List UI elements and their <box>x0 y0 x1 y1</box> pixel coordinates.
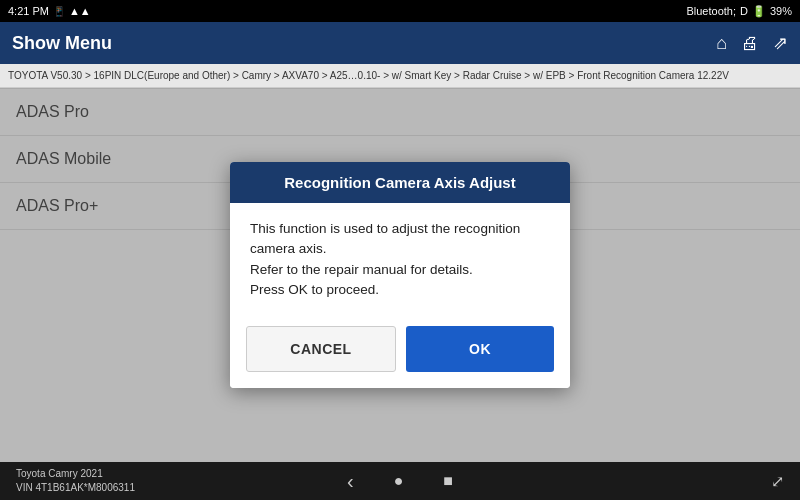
breadcrumb-text: TOYOTA V50.30 > 16PIN DLC(Europe and Oth… <box>8 70 729 81</box>
dialog: Recognition Camera Axis Adjust This func… <box>230 162 570 388</box>
battery-level: 39% <box>770 5 792 17</box>
print-icon[interactable]: 🖨 <box>741 33 759 54</box>
dialog-body: This function is used to adjust the reco… <box>230 203 570 316</box>
bottom-nav-icons: ‹ ● ■ <box>347 470 453 493</box>
breadcrumb: TOYOTA V50.30 > 16PIN DLC(Europe and Oth… <box>0 64 800 88</box>
bluetooth-icon: Bluetooth; <box>686 5 736 17</box>
time-display: 4:21 PM <box>8 5 49 17</box>
nav-icons: ⌂ 🖨 ⇗ <box>716 32 788 54</box>
home-nav-icon[interactable]: ● <box>394 472 404 490</box>
ok-button[interactable]: OK <box>406 326 554 372</box>
dialog-message: This function is used to adjust the reco… <box>250 221 520 297</box>
bottom-bar: Toyota Camry 2021 VIN 4T1B61AK*M8006311 … <box>0 462 800 500</box>
top-nav-bar: Show Menu ⌂ 🖨 ⇗ <box>0 22 800 64</box>
back-icon[interactable]: ‹ <box>347 470 354 493</box>
sim-icon: 📱 <box>53 6 65 17</box>
dialog-title: Recognition Camera Axis Adjust <box>230 162 570 203</box>
signal-icon: ▲▲ <box>69 5 91 17</box>
battery-icon: 🔋 <box>752 5 766 18</box>
page-title: Show Menu <box>12 33 112 54</box>
status-bar-left: 4:21 PM 📱 ▲▲ <box>8 5 91 17</box>
vehicle-vin: VIN 4T1B61AK*M8006311 <box>16 481 135 495</box>
vehicle-info: Toyota Camry 2021 VIN 4T1B61AK*M8006311 <box>16 467 135 495</box>
vehicle-name: Toyota Camry 2021 <box>16 467 135 481</box>
main-content: ADAS Pro ADAS Mobile ADAS Pro+ Recogniti… <box>0 88 800 462</box>
expand-icon[interactable]: ⤢ <box>771 472 784 491</box>
share-icon[interactable]: ⇗ <box>773 32 788 54</box>
status-bar-right: Bluetooth; D 🔋 39% <box>686 5 792 18</box>
dialog-buttons: CANCEL OK <box>230 316 570 388</box>
status-bar: 4:21 PM 📱 ▲▲ Bluetooth; D 🔋 39% <box>0 0 800 22</box>
home-icon[interactable]: ⌂ <box>716 33 727 54</box>
wifi-icon: D <box>740 5 748 17</box>
cancel-button[interactable]: CANCEL <box>246 326 396 372</box>
recents-icon[interactable]: ■ <box>443 472 453 490</box>
